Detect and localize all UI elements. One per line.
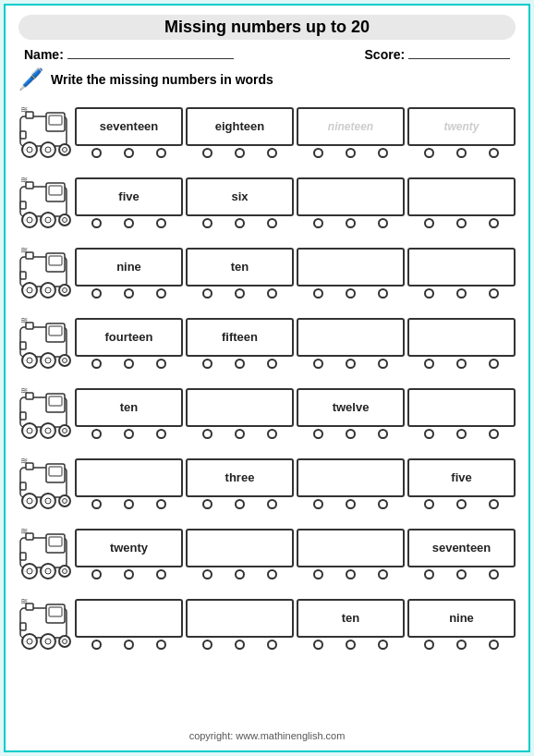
train-car: eighteen bbox=[186, 107, 294, 158]
svg-rect-44 bbox=[20, 342, 26, 349]
train-car: ten bbox=[75, 388, 183, 439]
car-label: twelve bbox=[333, 400, 370, 414]
wheel bbox=[313, 218, 323, 228]
train-car: five bbox=[75, 177, 183, 228]
wheel bbox=[424, 218, 434, 228]
train-car: twenty bbox=[407, 107, 516, 158]
train-engine: ≋ bbox=[18, 384, 72, 442]
train-car: five bbox=[407, 458, 516, 509]
train-car: twenty bbox=[75, 529, 183, 579]
wheel bbox=[91, 359, 102, 369]
train-car: nine bbox=[75, 248, 183, 299]
wheel bbox=[202, 429, 212, 439]
wheels-row bbox=[407, 357, 516, 369]
car-body: nine bbox=[407, 599, 516, 638]
wheel bbox=[235, 359, 245, 369]
train-car bbox=[407, 177, 516, 228]
car-label: twenty bbox=[110, 541, 148, 555]
car-label: nine bbox=[449, 611, 474, 625]
wheel bbox=[156, 218, 166, 228]
wheels-row bbox=[186, 567, 294, 579]
svg-rect-70 bbox=[20, 482, 26, 490]
train-row: ≋ three bbox=[18, 450, 516, 517]
svg-rect-57 bbox=[20, 412, 26, 420]
svg-rect-82 bbox=[26, 533, 33, 540]
svg-rect-96 bbox=[20, 623, 26, 630]
train-car: fourteen bbox=[75, 318, 183, 369]
wheel bbox=[378, 148, 388, 158]
train-engine: ≋ bbox=[18, 314, 72, 372]
wheel bbox=[378, 218, 388, 228]
wheels-row bbox=[297, 357, 405, 369]
train-car bbox=[297, 318, 405, 369]
train-car bbox=[186, 388, 294, 439]
train-engine: ≋ bbox=[18, 174, 72, 231]
wheel bbox=[267, 359, 277, 369]
train-car: nineteen bbox=[297, 107, 405, 158]
wheel bbox=[424, 288, 434, 299]
train-car bbox=[407, 318, 516, 369]
car-label: fifteen bbox=[222, 330, 258, 344]
car-body: nine bbox=[75, 248, 183, 287]
wheel bbox=[456, 218, 467, 228]
wheel bbox=[346, 640, 356, 650]
wheel bbox=[202, 148, 212, 158]
wheel bbox=[267, 148, 277, 158]
wheels-row bbox=[407, 497, 516, 509]
car-label: seventeen bbox=[100, 119, 159, 133]
wheel bbox=[456, 640, 467, 650]
car-body: five bbox=[407, 458, 516, 497]
wheels-row bbox=[407, 146, 516, 158]
wheel bbox=[424, 429, 434, 439]
svg-rect-3 bbox=[49, 116, 62, 125]
wheel bbox=[267, 288, 277, 299]
wheel bbox=[267, 640, 277, 650]
wheel bbox=[267, 429, 277, 439]
wheel bbox=[346, 499, 356, 509]
wheel bbox=[235, 148, 245, 158]
wheel bbox=[267, 218, 277, 228]
svg-rect-5 bbox=[20, 131, 26, 139]
wheel bbox=[202, 218, 212, 228]
svg-rect-31 bbox=[20, 272, 26, 279]
car-body: twenty bbox=[407, 107, 516, 146]
wheel bbox=[346, 288, 356, 299]
wheels-row bbox=[186, 427, 294, 439]
train-car bbox=[407, 248, 516, 299]
car-body bbox=[297, 248, 405, 287]
car-body bbox=[186, 388, 294, 427]
wheel bbox=[456, 288, 467, 299]
train-car: twelve bbox=[297, 388, 405, 439]
wheel bbox=[378, 429, 388, 439]
wheels-row bbox=[75, 567, 183, 579]
car-body bbox=[186, 529, 294, 567]
train-row: ≋ twenty bbox=[18, 520, 516, 587]
wheel bbox=[267, 569, 277, 579]
wheels-row bbox=[186, 638, 294, 650]
wheel bbox=[124, 640, 134, 650]
wheel bbox=[91, 499, 102, 509]
car-body: fourteen bbox=[75, 318, 183, 357]
train-car bbox=[407, 388, 516, 439]
wheel bbox=[235, 288, 245, 299]
car-body: nineteen bbox=[297, 107, 405, 146]
wheel bbox=[91, 429, 102, 439]
svg-rect-18 bbox=[20, 201, 26, 209]
wheel bbox=[489, 569, 499, 579]
wheel bbox=[313, 499, 323, 509]
wheel bbox=[313, 148, 323, 158]
car-label: ten bbox=[120, 400, 139, 414]
wheel bbox=[346, 218, 356, 228]
wheels-row bbox=[186, 287, 294, 299]
train-row: ≋ five six bbox=[18, 169, 516, 236]
svg-rect-16 bbox=[49, 186, 62, 195]
train-car: seventeen bbox=[407, 529, 516, 579]
wheel bbox=[124, 218, 134, 228]
wheels-row bbox=[75, 427, 183, 439]
wheels-row bbox=[297, 427, 405, 439]
wheel bbox=[91, 218, 102, 228]
train-car bbox=[297, 529, 405, 579]
svg-rect-17 bbox=[26, 182, 33, 189]
train-row: ≋ seventeen eightee bbox=[18, 99, 516, 165]
car-label: three bbox=[225, 470, 255, 484]
